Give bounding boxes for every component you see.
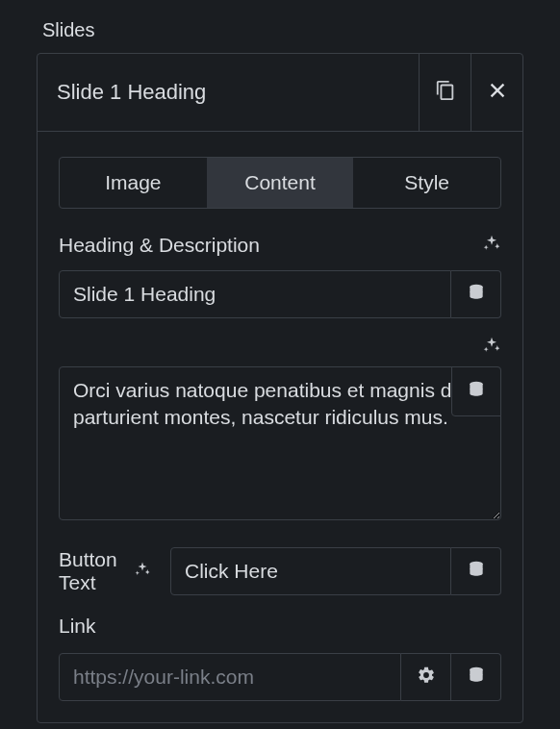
slide-panel: Slide 1 Heading Image Content Style Head… xyxy=(37,53,523,723)
copy-icon xyxy=(435,80,456,105)
panel-header: Slide 1 Heading xyxy=(38,54,522,132)
panel-body: Image Content Style Heading & Descriptio… xyxy=(38,132,522,722)
sparkle-icon[interactable] xyxy=(134,560,151,583)
link-field-row xyxy=(59,653,501,701)
tab-style[interactable]: Style xyxy=(353,158,500,208)
sparkle-icon[interactable] xyxy=(482,336,501,359)
tab-bar: Image Content Style xyxy=(59,157,501,209)
duplicate-button[interactable] xyxy=(419,54,471,131)
button-text-dynamic-button[interactable] xyxy=(451,547,501,595)
database-icon xyxy=(467,560,486,583)
heading-field-row xyxy=(59,270,501,318)
button-text-label: Button Text xyxy=(59,548,151,594)
description-textarea[interactable] xyxy=(59,366,501,520)
section-label-slides: Slides xyxy=(42,19,541,41)
database-icon xyxy=(467,666,486,689)
heading-desc-label-row: Heading & Description xyxy=(59,234,501,257)
tab-content[interactable]: Content xyxy=(207,158,354,208)
description-field-wrap xyxy=(59,366,501,520)
database-icon xyxy=(467,283,486,306)
link-dynamic-button[interactable] xyxy=(451,653,501,701)
link-settings-button[interactable] xyxy=(401,653,451,701)
heading-desc-label: Heading & Description xyxy=(59,234,260,257)
button-text-input[interactable] xyxy=(170,547,451,595)
description-sparkle-row xyxy=(59,336,501,359)
database-icon xyxy=(467,380,486,403)
close-icon xyxy=(487,80,508,105)
link-label: Link xyxy=(59,615,501,638)
close-button[interactable] xyxy=(471,54,522,131)
button-text-field-row xyxy=(170,547,501,595)
sparkle-icon[interactable] xyxy=(482,234,501,257)
link-input[interactable] xyxy=(59,653,401,701)
tab-image[interactable]: Image xyxy=(60,158,207,208)
button-text-row: Button Text xyxy=(59,547,501,595)
heading-dynamic-button[interactable] xyxy=(451,270,501,318)
description-dynamic-button[interactable] xyxy=(451,366,501,416)
gear-icon xyxy=(417,666,436,689)
heading-input[interactable] xyxy=(59,270,451,318)
panel-title[interactable]: Slide 1 Heading xyxy=(38,54,419,131)
